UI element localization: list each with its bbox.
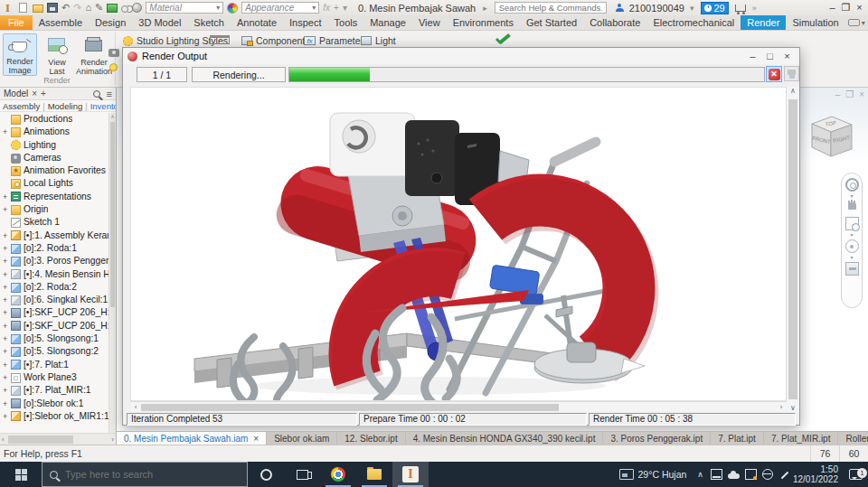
close-icon[interactable]: × (32, 89, 37, 98)
menu-icon[interactable]: ≡ (107, 89, 112, 99)
expand-toggle[interactable]: + (3, 320, 11, 332)
navigation-wheel-icon[interactable] (845, 178, 859, 192)
open-folder-icon[interactable] (33, 5, 43, 13)
taskbar-search-input[interactable] (63, 468, 240, 481)
expand-toggle[interactable]: + (3, 384, 11, 397)
ribbon-tab-get-started[interactable]: Get Started (520, 15, 583, 30)
render-animation-button[interactable]: Render Animation (77, 33, 111, 76)
expand-toggle[interactable]: + (3, 398, 11, 410)
constraint-icon[interactable] (121, 5, 128, 13)
finish-check-icon[interactable] (494, 34, 512, 47)
taskbar-search-box[interactable] (42, 462, 248, 487)
tray-chevron-icon[interactable]: ∧ (697, 470, 703, 479)
ribbon-tab-sketch[interactable]: Sketch (187, 15, 231, 30)
inventor-button[interactable]: I (392, 462, 429, 487)
expand-toggle[interactable]: + (3, 332, 11, 345)
scroll-right-icon[interactable]: › (776, 403, 787, 411)
tree-item[interactable]: +Animations (0, 126, 108, 138)
browser-tab-model[interactable]: Model (4, 89, 28, 98)
ribbon-tab-environments[interactable]: Environments (447, 15, 520, 30)
pan-icon[interactable] (845, 201, 859, 214)
tree-item[interactable]: +[o]:2. Roda:1 (0, 242, 108, 255)
user-menu-chevron-icon[interactable]: ▾ (690, 4, 694, 13)
expand-toggle[interactable]: + (3, 126, 11, 138)
tree-item[interactable]: +[o]:Slebor ok:1 (0, 398, 108, 410)
ribbon-tab-assemble[interactable]: Assemble (33, 15, 89, 30)
doc-restore-button[interactable]: ❐ (845, 89, 854, 99)
photos-icon[interactable] (745, 469, 757, 480)
tree-item[interactable]: +[o]:5. Slongsong:2 (0, 345, 108, 358)
doc-minimize-button[interactable]: – (835, 89, 841, 99)
tree-item[interactable]: Cameras (0, 152, 108, 164)
undo-icon[interactable]: ↶ (61, 3, 70, 13)
expand-toggle[interactable]: + (3, 371, 11, 384)
tree-item[interactable]: +[o]:2. Roda:2 (0, 281, 108, 294)
color-wheel-icon[interactable] (227, 3, 238, 14)
user-avatar-icon[interactable] (616, 4, 624, 12)
minimize-button[interactable]: – (826, 1, 839, 14)
weather-widget[interactable]: 29°C Hujan (616, 469, 691, 480)
camera-tool-button[interactable] (108, 49, 119, 57)
ribbon-tab-tools[interactable]: Tools (328, 15, 364, 30)
cloud-icon[interactable] (728, 473, 740, 479)
dialog-minimize-button[interactable]: – (745, 51, 760, 61)
components-button[interactable]: Components (241, 35, 310, 46)
home-icon[interactable]: ⌂ (85, 3, 91, 13)
cortana-button[interactable] (248, 462, 284, 487)
expand-toggle[interactable]: + (3, 229, 11, 242)
add-icon[interactable]: + (334, 3, 339, 13)
doc-close-button[interactable]: × (859, 89, 864, 99)
inventor-logo-icon[interactable]: I (2, 3, 14, 13)
tree-item[interactable]: +Origin (0, 203, 108, 216)
redo-icon[interactable]: ↷ (73, 3, 81, 13)
ribbon-tab-inspect[interactable]: Inspect (283, 15, 327, 30)
tree-item[interactable]: Sketch 1 (0, 216, 108, 229)
task-view-button[interactable] (284, 462, 320, 487)
table-tool-icon[interactable] (210, 35, 230, 44)
start-button[interactable] (0, 462, 42, 487)
expand-toggle[interactable]: + (3, 203, 11, 216)
look-at-icon[interactable] (845, 262, 859, 276)
new-file-icon[interactable] (19, 3, 27, 13)
tree-item[interactable]: +[•]:7. Plat:1 (0, 359, 108, 371)
render-preview-area[interactable] (130, 87, 787, 401)
doc-tab-7-plat-ipt[interactable]: 7. Plat.ipt (711, 432, 764, 445)
ribbon-tab-3d-model[interactable]: 3D Model (132, 15, 187, 30)
chevron-down-icon[interactable]: ▾ (850, 256, 853, 259)
insert-object-icon[interactable] (107, 4, 118, 13)
user-id[interactable]: 2100190049 (629, 3, 684, 14)
cart-icon[interactable] (735, 5, 746, 12)
more-chevron-icon[interactable]: » (752, 4, 757, 13)
freeform-icon[interactable]: ✎ (95, 3, 103, 13)
orbit-icon[interactable] (845, 239, 859, 253)
expand-toggle[interactable]: + (3, 359, 11, 371)
close-button[interactable]: × (853, 1, 866, 14)
ribbon-tab-manage[interactable]: Manage (363, 15, 412, 30)
customize-toolbar-icon[interactable]: ▾ (343, 3, 347, 13)
scroll-up-icon[interactable]: ∧ (790, 87, 796, 95)
tree-item[interactable]: +[•]:Slebor ok_MIR1:1 (0, 410, 108, 423)
ribbon-tab-electromechanical[interactable]: Electromechanical (646, 15, 741, 30)
search-icon[interactable] (93, 90, 100, 98)
scroll-right-icon[interactable]: › (111, 435, 114, 444)
save-icon[interactable] (47, 3, 58, 13)
tree-item[interactable]: Animation Favorites (0, 164, 108, 177)
tree-item[interactable]: Local Lights (0, 177, 108, 190)
doc-tab-12-slebor-ipt[interactable]: 12. Slebor.ipt (337, 432, 405, 445)
expand-toggle[interactable]: + (3, 306, 11, 319)
ribbon-tab-view[interactable]: View (412, 15, 447, 30)
render-image-button[interactable]: Render Image (3, 33, 37, 76)
tree-item[interactable]: +Representations (0, 191, 108, 203)
parameters-button[interactable]: fx Parameters (304, 35, 368, 46)
tree-item[interactable]: Productions (0, 113, 108, 126)
doc-tab-slebor-ok-iam[interactable]: Slebor ok.iam (267, 432, 337, 445)
browser-subtab-assembly[interactable]: Assembly (3, 101, 40, 111)
notification-center-button[interactable]: 1 (849, 469, 863, 480)
ribbon-tab-collaborate[interactable]: Collaborate (583, 15, 646, 30)
expand-toggle[interactable]: + (3, 255, 11, 267)
ribbon-tab-file[interactable]: File (0, 15, 33, 30)
cancel-render-button[interactable]: ✕ (766, 66, 782, 82)
preview-vertical-scrollbar[interactable]: ∧∨ (786, 87, 799, 412)
dialog-maximize-button[interactable]: □ (762, 51, 778, 61)
doc-tab-0-mesin-pembajak-sawah-iam[interactable]: 0. Mesin Pembajak Sawah.iam× (117, 432, 267, 445)
